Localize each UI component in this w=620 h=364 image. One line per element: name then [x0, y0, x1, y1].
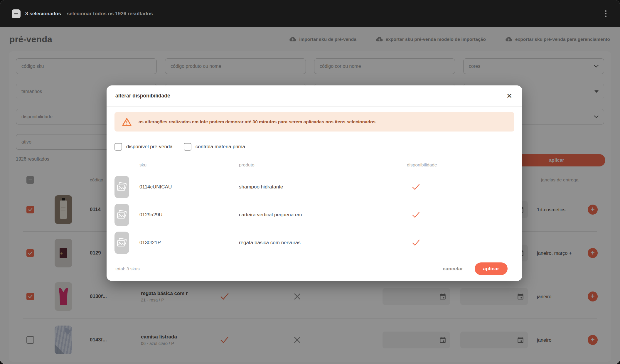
modal-title: alterar disponibilidade [115, 93, 170, 99]
controls-raw-material-checkbox[interactable]: controla matéria prima [184, 143, 245, 151]
modal-produto: shampoo hidratante [239, 184, 328, 190]
select-all-checkbox[interactable] [12, 9, 21, 18]
modal-table-row: 0114cUNICAU shampoo hidratante [107, 173, 522, 201]
close-icon[interactable]: ✕ [505, 91, 513, 101]
modal-sku: 0114cUNICAU [139, 184, 172, 190]
modal-table-row: 0129a29U carteira vertical pequena em [107, 201, 522, 229]
image-placeholder-icon [114, 176, 129, 198]
sku-column-header: sku [139, 162, 146, 168]
modal-sku: 0129a29U [139, 212, 162, 218]
image-placeholder-icon [114, 204, 129, 226]
modal-produto: regata básica com nervuras [239, 240, 328, 246]
warning-banner: as alterações realizadas em lote podem d… [114, 112, 514, 132]
modal-sku: 0130f21P [139, 240, 161, 246]
available-presale-checkbox[interactable]: disponível pré-venda [114, 143, 173, 151]
selection-bar: 3 selecionados selecionar todos os 1926 … [0, 0, 620, 27]
modal-header: alterar disponibilidade ✕ [107, 85, 522, 107]
warning-triangle-icon [122, 117, 132, 126]
modal-table-row: 0130f21P regata básica com nervuras [107, 229, 522, 257]
checkbox-box[interactable] [184, 143, 191, 151]
warning-text: as alterações realizadas em lote podem d… [139, 119, 375, 124]
availability-check-icon [412, 183, 420, 191]
available-presale-label: disponível pré-venda [126, 144, 173, 150]
checkbox-box[interactable] [114, 143, 122, 151]
produto-column-header: produto [239, 162, 255, 168]
availability-check-icon [412, 239, 420, 246]
apply-button[interactable]: aplicar [475, 262, 508, 275]
availability-check-icon [412, 211, 420, 218]
indeterminate-minus-icon [14, 13, 18, 14]
modal-table-header: sku produto disponibilidade [107, 162, 522, 169]
image-placeholder-icon [114, 232, 129, 254]
modal-options: disponível pré-venda controla matéria pr… [114, 143, 245, 151]
disponibilidade-column-header: disponibilidade [407, 162, 437, 168]
total-skus-label: total: 3 skus [115, 266, 140, 272]
select-all-results-link[interactable]: selecionar todos os 1926 resultados [67, 11, 153, 17]
change-availability-modal: alterar disponibilidade ✕ as alterações … [107, 85, 522, 281]
controls-raw-material-label: controla matéria prima [196, 144, 245, 150]
modal-footer: total: 3 skus cancelar aplicar [115, 257, 508, 281]
cancel-button[interactable]: cancelar [443, 266, 463, 272]
kebab-menu-icon[interactable] [603, 9, 608, 19]
app-screen: 3 selecionados selecionar todos os 1926 … [0, 0, 620, 364]
modal-produto: carteira vertical pequena em [239, 212, 328, 218]
selected-count-label: 3 selecionados [25, 11, 61, 17]
